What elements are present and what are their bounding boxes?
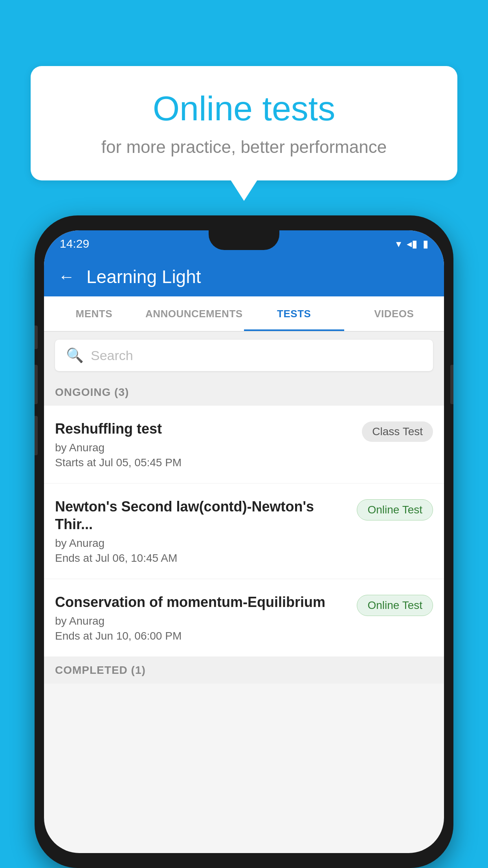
test-info: Reshuffling test by Anurag Starts at Jul… [55,420,354,469]
notch [209,230,279,250]
test-item[interactable]: Newton's Second law(contd)-Newton's Thir… [44,484,444,579]
search-placeholder: Search [91,348,133,363]
volume-up-button [35,365,38,404]
test-badge-class: Class Test [362,421,433,442]
tab-tests[interactable]: TESTS [244,296,344,331]
test-time: Starts at Jul 05, 05:45 PM [55,456,354,469]
test-list: Reshuffling test by Anurag Starts at Jul… [44,406,444,657]
test-name: Reshuffling test [55,420,354,438]
test-badge-online: Online Test [357,499,433,520]
test-by: by Anurag [55,441,354,454]
phone-screen: 14:29 ▾ ◂▮ ▮ ← Learning Light MENTS ANNO… [44,230,444,853]
tab-ments[interactable]: MENTS [44,296,144,331]
mute-button [35,326,38,349]
search-container: 🔍 Search [44,332,444,379]
tab-bar: MENTS ANNOUNCEMENTS TESTS VIDEOS [44,296,444,332]
status-time: 14:29 [60,237,89,250]
test-info: Conservation of momentum-Equilibrium by … [55,593,349,642]
speech-bubble: Online tests for more practice, better p… [31,66,457,180]
wifi-icon: ▾ [396,238,401,250]
app-header: ← Learning Light [44,257,444,296]
power-button [450,365,453,404]
app-title: Learning Light [86,266,201,287]
tab-videos[interactable]: VIDEOS [344,296,444,331]
status-icons: ▾ ◂▮ ▮ [396,238,428,250]
test-badge-online: Online Test [357,595,433,616]
phone-frame: 14:29 ▾ ◂▮ ▮ ← Learning Light MENTS ANNO… [35,215,453,868]
test-name: Newton's Second law(contd)-Newton's Thir… [55,498,349,533]
test-time: Ends at Jun 10, 06:00 PM [55,630,349,642]
test-info: Newton's Second law(contd)-Newton's Thir… [55,498,349,565]
test-name: Conservation of momentum-Equilibrium [55,593,349,611]
ongoing-section-header: ONGOING (3) [44,379,444,406]
completed-section-header: COMPLETED (1) [44,657,444,684]
tab-announcements[interactable]: ANNOUNCEMENTS [144,296,244,331]
bubble-title: Online tests [62,90,426,128]
test-by: by Anurag [55,537,349,550]
test-time: Ends at Jul 06, 10:45 AM [55,552,349,565]
signal-icon: ◂▮ [407,238,417,250]
search-icon: 🔍 [66,347,84,364]
bubble-subtitle: for more practice, better performance [62,137,426,157]
test-item[interactable]: Conservation of momentum-Equilibrium by … [44,579,444,657]
volume-down-button [35,416,38,455]
battery-icon: ▮ [423,238,428,250]
test-item[interactable]: Reshuffling test by Anurag Starts at Jul… [44,406,444,484]
test-by: by Anurag [55,615,349,627]
back-button[interactable]: ← [58,268,75,285]
search-bar[interactable]: 🔍 Search [55,340,433,371]
